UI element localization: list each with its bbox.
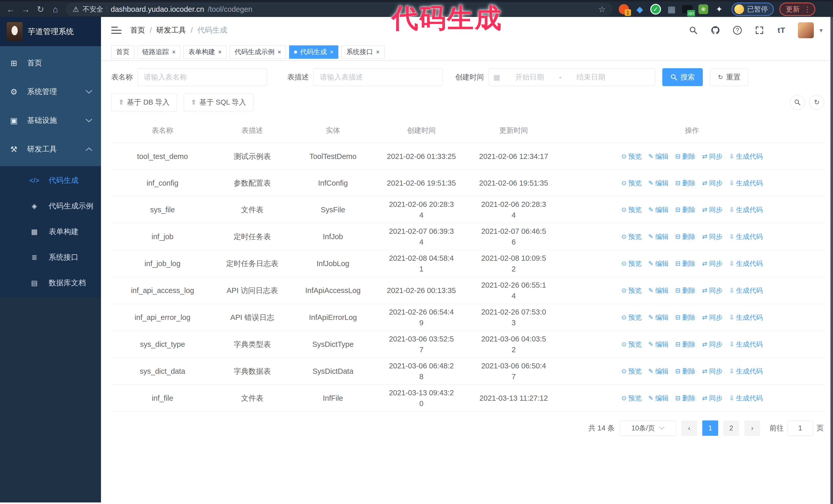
edit-link[interactable]: ✎编辑 — [648, 204, 668, 215]
delete-link[interactable]: ⊟删除 — [675, 204, 695, 215]
user-avatar[interactable] — [798, 22, 814, 38]
search-icon[interactable] — [688, 25, 699, 36]
extensions-puzzle-icon[interactable]: ✦ — [714, 4, 725, 15]
toggle-search-button[interactable] — [790, 95, 805, 110]
edit-link[interactable]: ✎编辑 — [648, 178, 668, 188]
delete-link[interactable]: ⊟删除 — [675, 285, 695, 296]
breadcrumb-home[interactable]: 首页 — [130, 25, 145, 35]
window-scrollbar[interactable] — [830, 17, 833, 504]
browser-update-button[interactable]: 更新 ⋮ — [780, 3, 815, 16]
tab-close-icon[interactable]: × — [218, 48, 222, 56]
delete-link[interactable]: ⊟删除 — [675, 178, 695, 188]
browser-back-button[interactable]: ← — [4, 3, 18, 16]
delete-link[interactable]: ⊟删除 — [675, 231, 695, 242]
generate-code-link[interactable]: ⇩生成代码 — [729, 285, 763, 296]
sidebar-item-system-management[interactable]: ⚙ 系统管理 — [0, 77, 101, 106]
import-db-button[interactable]: ⇧ 基于 DB 导入 — [111, 93, 177, 111]
tab-system-api[interactable]: 系统接口× — [341, 45, 384, 59]
bookmark-star-icon[interactable]: ☆ — [598, 4, 606, 14]
page-size-select[interactable]: 10条/页 — [620, 421, 676, 436]
sidebar-item-form-builder[interactable]: ▦ 表单构建 — [0, 219, 101, 245]
sync-link[interactable]: ⇄同步 — [702, 393, 722, 404]
edit-link[interactable]: ✎编辑 — [648, 312, 668, 323]
breadcrumb-dev-tools[interactable]: 研发工具 — [156, 25, 186, 35]
edit-link[interactable]: ✎编辑 — [648, 151, 668, 162]
refresh-table-button[interactable]: ↻ — [809, 95, 824, 110]
delete-link[interactable]: ⊟删除 — [675, 339, 695, 350]
sync-link[interactable]: ⇄同步 — [702, 285, 722, 296]
generate-code-link[interactable]: ⇩生成代码 — [729, 366, 763, 377]
extension-leaf-icon[interactable]: ❀ — [698, 4, 709, 15]
search-button[interactable]: 搜索 — [662, 68, 703, 86]
delete-link[interactable]: ⊟删除 — [675, 312, 695, 323]
sidebar-item-home[interactable]: ⊞ 首页 — [0, 49, 101, 77]
sync-link[interactable]: ⇄同步 — [702, 204, 722, 215]
table-name-input[interactable] — [137, 68, 267, 86]
tab-close-icon[interactable]: × — [376, 48, 380, 56]
browser-reload-button[interactable]: ↻ — [34, 3, 47, 16]
preview-link[interactable]: ⊙预览 — [621, 366, 642, 377]
github-icon[interactable] — [710, 25, 721, 36]
address-bar[interactable]: ⚠ 不安全 dashboard.yudao.iocoder.cn /tool/c… — [66, 3, 612, 16]
generate-code-link[interactable]: ⇩生成代码 — [729, 204, 763, 215]
caret-down-icon[interactable]: ▾ — [819, 26, 823, 34]
generate-code-link[interactable]: ⇩生成代码 — [729, 339, 763, 350]
sidebar-item-system-api[interactable]: ≣ 系统接口 — [0, 245, 101, 270]
preview-link[interactable]: ⊙预览 — [621, 151, 642, 162]
sidebar-item-code-generation[interactable]: </> 代码生成 — [0, 168, 101, 193]
delete-link[interactable]: ⊟删除 — [675, 366, 695, 377]
font-size-icon[interactable]: tT — [776, 25, 787, 36]
sync-link[interactable]: ⇄同步 — [702, 178, 722, 188]
tab-close-icon[interactable]: × — [278, 48, 281, 56]
extension-ubuntu-icon[interactable]: 1 — [618, 4, 629, 15]
sync-link[interactable]: ⇄同步 — [702, 339, 722, 350]
edit-link[interactable]: ✎编辑 — [648, 366, 668, 377]
sync-link[interactable]: ⇄同步 — [702, 231, 722, 242]
browser-menu-kebab-icon[interactable]: ⋮ — [804, 5, 811, 14]
help-icon[interactable]: ? — [732, 25, 743, 36]
sync-link[interactable]: ⇄同步 — [702, 312, 722, 323]
delete-link[interactable]: ⊟删除 — [675, 393, 695, 404]
tab-close-icon[interactable]: × — [172, 48, 175, 56]
page-button-1[interactable]: 1 — [702, 421, 718, 436]
edit-link[interactable]: ✎编辑 — [648, 285, 668, 296]
edit-link[interactable]: ✎编辑 — [648, 393, 668, 404]
delete-link[interactable]: ⊟删除 — [675, 151, 695, 162]
preview-link[interactable]: ⊙预览 — [621, 258, 642, 269]
generate-code-link[interactable]: ⇩生成代码 — [729, 151, 763, 162]
tab-form-builder[interactable]: 表单构建× — [184, 45, 227, 59]
sidebar-item-infrastructure[interactable]: ▣ 基础设施 — [0, 106, 101, 135]
edit-link[interactable]: ✎编辑 — [648, 231, 668, 242]
table-desc-input[interactable] — [313, 68, 443, 86]
sync-link[interactable]: ⇄同步 — [702, 366, 722, 377]
preview-link[interactable]: ⊙预览 — [621, 312, 642, 323]
sidebar-collapse-icon[interactable] — [111, 27, 121, 34]
date-range-picker[interactable]: ▦ - — [489, 68, 655, 86]
generate-code-link[interactable]: ⇩生成代码 — [729, 312, 763, 323]
browser-profile-chip[interactable]: 已暂停 — [732, 3, 774, 16]
prev-page-button[interactable]: ‹ — [681, 421, 697, 436]
tab-close-icon[interactable]: × — [330, 48, 333, 56]
sidebar-item-code-generation-demo[interactable]: ◈ 代码生成示例 — [0, 193, 101, 219]
fullscreen-icon[interactable] — [754, 25, 765, 36]
generate-code-link[interactable]: ⇩生成代码 — [729, 178, 763, 188]
sidebar-item-dev-tools[interactable]: ⚒ 研发工具 — [0, 135, 101, 164]
next-page-button[interactable]: › — [744, 421, 760, 436]
edit-link[interactable]: ✎编辑 — [648, 339, 668, 350]
preview-link[interactable]: ⊙预览 — [621, 204, 642, 215]
import-sql-button[interactable]: ⇧ 基于 SQL 导入 — [184, 93, 254, 111]
goto-page-input[interactable] — [787, 421, 813, 436]
end-date-input[interactable] — [564, 73, 618, 81]
extension-screen-icon[interactable]: on — [682, 4, 693, 15]
browser-forward-button[interactable]: → — [19, 3, 32, 16]
preview-link[interactable]: ⊙预览 — [621, 393, 642, 404]
browser-home-button[interactable]: ⌂ — [49, 3, 62, 16]
preview-link[interactable]: ⊙预览 — [621, 339, 642, 350]
app-logo[interactable]: 芋道管理系统 — [0, 17, 101, 46]
generate-code-link[interactable]: ⇩生成代码 — [729, 231, 763, 242]
delete-link[interactable]: ⊟删除 — [675, 258, 695, 269]
extension-grid-icon[interactable]: ▦ — [666, 4, 677, 15]
generate-code-link[interactable]: ⇩生成代码 — [729, 393, 763, 404]
preview-link[interactable]: ⊙预览 — [621, 285, 642, 296]
preview-link[interactable]: ⊙预览 — [621, 178, 642, 188]
